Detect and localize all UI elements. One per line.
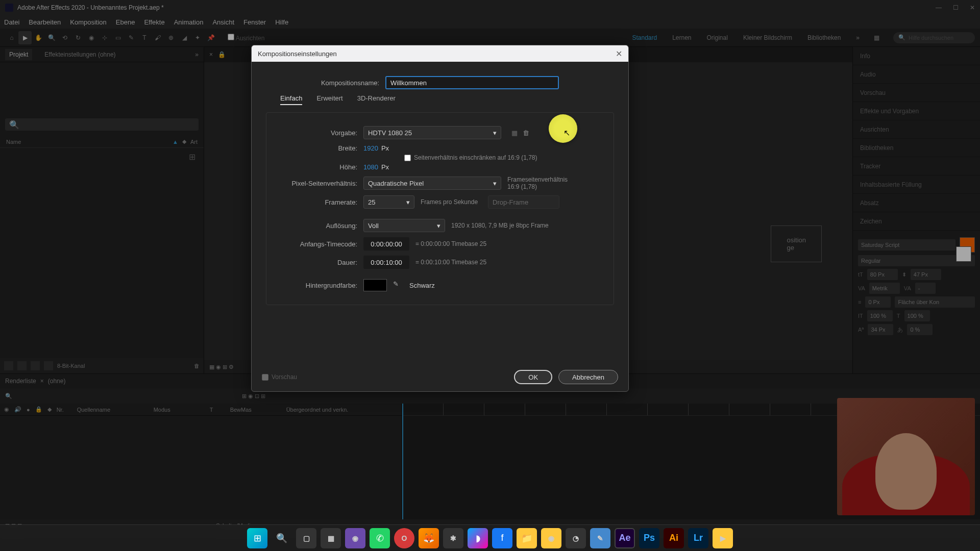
taskbar-taskview[interactable]: ▢ [296,528,316,548]
lock-aspect-checkbox[interactable] [404,155,411,161]
start-tc-input[interactable] [363,237,409,251]
taskbar-app-7[interactable]: ✎ [590,528,610,548]
delete-preset-icon[interactable]: 🗑 [523,129,529,137]
px-unit: Px [381,144,389,152]
lock-aspect-label: Seitenverhältnis einschränken auf 16:9 (… [414,154,537,161]
taskbar-app-1[interactable]: ▦ [321,528,341,548]
taskbar-app-5[interactable]: ◉ [541,528,561,548]
fps-select[interactable]: 25▾ [363,195,414,209]
start-button[interactable]: ⊞ [247,528,267,548]
taskbar-lightroom[interactable]: Lr [688,528,708,548]
dialog-title: Kompositionseinstellungen [258,50,337,58]
chevron-down-icon: ▾ [406,198,410,206]
frame-aspect-label: Frameseitenverhältnis [507,176,568,183]
px-unit: Px [381,163,389,171]
taskbar-app-2[interactable]: ◉ [345,528,365,548]
start-tc-label: Anfangs-Timecode: [272,240,363,248]
duration-input[interactable] [363,256,409,269]
resolution-select[interactable]: Voll▾ [363,219,445,232]
preset-select[interactable]: HDTV 1080 25▾ [363,126,501,139]
taskbar-firefox[interactable]: 🦊 [419,528,439,548]
eyedropper-icon[interactable]: ✎ [393,280,403,290]
taskbar-search[interactable]: 🔍 [272,528,292,548]
fps-unit: Frames pro Sekunde [414,198,478,206]
taskbar-app-3[interactable]: O [394,528,414,548]
height-label: Höhe: [272,163,363,171]
bgcolor-swatch[interactable] [363,279,387,291]
tab-3d[interactable]: 3D-Renderer [357,94,396,105]
preset-label: Vorgabe: [272,129,363,137]
tab-advanced[interactable]: Erweitert [316,94,342,105]
preview-checkbox [262,374,268,381]
composition-settings-dialog: Kompositionseinstellungen ✕ Kompositions… [251,45,629,392]
taskbar-whatsapp[interactable]: ✆ [370,528,390,548]
comp-name-input[interactable] [385,76,559,89]
resolution-info: 1920 x 1080, 7,9 MB je 8bpc Frame [445,222,549,229]
width-value[interactable]: 1920 [363,144,378,152]
resolution-label: Auflösung: [272,222,363,230]
start-tc-info: = 0:00:00:00 Timebase 25 [409,240,486,247]
cursor-highlight [549,114,577,143]
chevron-down-icon: ▾ [437,222,440,230]
par-label: Pixel-Seitenverhältnis: [272,180,363,187]
taskbar-explorer[interactable]: 📁 [517,528,537,548]
duration-label: Dauer: [272,259,363,266]
preview-label: Vorschau [272,373,297,381]
bgcolor-label: Hintergrundfarbe: [272,282,363,289]
height-value[interactable]: 1080 [363,163,378,171]
tab-basic[interactable]: Einfach [280,94,302,105]
cancel-button[interactable]: Abbrechen [558,370,618,384]
cursor-icon: ↖ [564,128,570,138]
comp-name-label: Kompositionsname: [321,79,385,87]
bgcolor-name: Schwarz [409,282,435,289]
chevron-down-icon: ▾ [493,180,497,187]
width-label: Breite: [272,144,363,152]
taskbar-app-6[interactable]: ◔ [566,528,586,548]
taskbar-messenger[interactable]: ◗ [468,528,488,548]
par-select[interactable]: Quadratische Pixel▾ [363,177,501,190]
dropframe-select: Drop-Frame [488,195,559,209]
fps-label: Framerate: [272,198,363,206]
save-preset-icon[interactable]: ▦ [511,129,518,137]
ok-button[interactable]: OK [514,370,552,384]
taskbar: ⊞ 🔍 ▢ ▦ ◉ ✆ O 🦊 ✱ ◗ f 📁 ◉ ◔ ✎ Ae Ps Ai L… [0,524,980,551]
taskbar-photoshop[interactable]: Ps [639,528,659,548]
taskbar-aftereffects[interactable]: Ae [615,528,635,548]
duration-info: = 0:00:10:00 Timebase 25 [409,259,486,266]
taskbar-illustrator[interactable]: Ai [664,528,684,548]
chevron-down-icon: ▾ [493,129,497,137]
taskbar-app-4[interactable]: ✱ [443,528,463,548]
frame-aspect-value: 16:9 (1,78) [507,183,568,190]
taskbar-facebook[interactable]: f [492,528,512,548]
taskbar-app-8[interactable]: ▶ [713,528,733,548]
dialog-close-button[interactable]: ✕ [616,49,622,59]
